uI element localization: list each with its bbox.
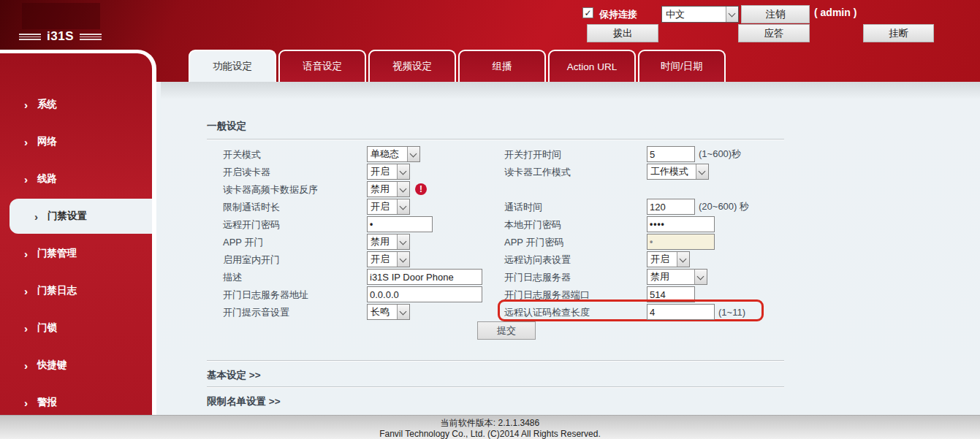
field-label: 远程开门密码 xyxy=(223,218,280,232)
keep-alive-checkbox[interactable]: ✓ xyxy=(582,7,593,18)
field-select[interactable]: 禁用 xyxy=(367,181,410,197)
field-label: APP 开门密码 xyxy=(504,236,563,249)
section-link-restrict-list[interactable]: 限制名单设置 >> xyxy=(207,395,281,408)
logo-model-text: i31S xyxy=(47,29,74,44)
field-label: 开启读卡器 xyxy=(223,166,270,179)
hangup-button[interactable]: 挂断 xyxy=(863,24,934,42)
form-row: 远程开门密码•本地开门密码•••• xyxy=(161,215,980,233)
field-label: 读卡器高频卡数据反序 xyxy=(223,183,318,196)
chevron-right-icon: › xyxy=(24,173,28,186)
field-label: 开门日志服务器 xyxy=(504,271,571,284)
field-input[interactable]: • xyxy=(367,216,433,232)
chevron-down-icon xyxy=(397,164,409,179)
field-label: 启用室内开门 xyxy=(223,253,280,267)
field-select[interactable]: 单稳态 xyxy=(367,146,420,162)
field-select[interactable]: 禁用 xyxy=(367,234,410,250)
field-input: • xyxy=(647,234,715,250)
sidebar-item-7[interactable]: ›门锁 xyxy=(0,320,152,336)
field-label: 描述 xyxy=(223,271,242,284)
form-row: 限制通话时长开启通话时间120(20~600) 秒 xyxy=(161,198,980,215)
sidebar-item-label: 警报 xyxy=(37,396,57,409)
field-label: 开门日志服务器端口 xyxy=(504,289,590,302)
tab-2[interactable]: 语音设定 xyxy=(278,50,366,82)
select-value: 单稳态 xyxy=(368,147,407,161)
keep-alive-label: 保持连接 xyxy=(599,8,637,21)
language-select-value: 中文 xyxy=(662,8,726,21)
copyright: Fanvil Technology Co., Ltd. (C)2014 All … xyxy=(0,429,980,439)
sidebar-item-1[interactable]: ›系统 xyxy=(0,96,152,112)
chevron-right-icon: › xyxy=(24,285,28,297)
tab-3[interactable]: 视频设定 xyxy=(368,50,456,82)
software-version: 当前软件版本: 2.1.1.3486 xyxy=(0,418,980,429)
field-input[interactable]: 120 xyxy=(647,199,695,215)
main-content: 一般设定 开关模式单稳态开关打开时间5(1~600)秒开启读卡器开启读卡器工作模… xyxy=(161,82,980,415)
field-label: 开门提示音设置 xyxy=(223,306,289,319)
sidebar: ›系统›网络›线路›门禁设置›门禁管理›门禁日志›门锁›快捷键›警报 xyxy=(0,50,156,415)
form-row: 开门日志服务器地址0.0.0.0开门日志服务器端口514 xyxy=(161,286,980,303)
chevron-right-icon: › xyxy=(24,136,28,148)
settings-form: 开关模式单稳态开关打开时间5(1~600)秒开启读卡器开启读卡器工作模式工作模式… xyxy=(161,145,980,321)
tab-6[interactable]: 时间/日期 xyxy=(638,50,726,82)
tab-5[interactable]: Action URL xyxy=(548,50,636,82)
dial-button[interactable]: 拨出 xyxy=(587,24,658,42)
chevron-right-icon: › xyxy=(24,322,28,335)
field-select[interactable]: 开启 xyxy=(367,251,410,267)
logout-button[interactable]: 注销 xyxy=(741,5,810,23)
logo-image xyxy=(22,3,100,29)
field-input[interactable]: i31S IP Door Phone xyxy=(367,269,482,285)
select-value: 工作模式 xyxy=(647,164,696,179)
sidebar-item-label: 网络 xyxy=(37,135,57,148)
form-row: APP 开门禁用APP 开门密码• xyxy=(161,233,980,251)
tab-1[interactable]: 功能设定 xyxy=(189,50,276,82)
field-input[interactable]: 5 xyxy=(647,146,695,162)
field-input[interactable]: •••• xyxy=(647,216,715,232)
section-title: 一般设定 xyxy=(207,120,246,133)
field-range-hint: (20~600) 秒 xyxy=(699,200,749,213)
select-value: 开启 xyxy=(368,252,397,267)
select-value: 开启 xyxy=(647,252,677,267)
divider xyxy=(207,139,784,140)
sidebar-item-label: 门禁日志 xyxy=(37,284,77,297)
chevron-down-icon xyxy=(677,252,689,267)
field-select[interactable]: 开启 xyxy=(367,164,410,180)
language-select[interactable]: 中文 xyxy=(661,6,739,23)
sidebar-item-label: 系统 xyxy=(37,98,57,111)
chevron-down-icon xyxy=(397,182,409,196)
chevron-down-icon xyxy=(726,7,738,22)
section-link-basic-settings[interactable]: 基本设定 >> xyxy=(207,369,261,382)
field-select[interactable]: 开启 xyxy=(367,199,410,215)
submit-button[interactable]: 提交 xyxy=(477,321,536,340)
chevron-right-icon: › xyxy=(24,248,28,260)
sidebar-item-label: 门禁设置 xyxy=(48,210,87,223)
sidebar-item-8[interactable]: ›快捷键 xyxy=(0,357,152,373)
answer-button[interactable]: 应答 xyxy=(738,24,810,42)
sidebar-item-2[interactable]: ›网络 xyxy=(0,134,152,150)
chevron-down-icon xyxy=(696,164,708,179)
field-input[interactable]: 514 xyxy=(647,286,695,302)
chevron-right-icon: › xyxy=(24,397,28,409)
field-select[interactable]: 长鸣 xyxy=(367,304,410,320)
divider xyxy=(207,386,784,388)
sidebar-item-label: 快捷键 xyxy=(37,359,67,372)
form-row: 开门提示音设置长鸣远程认证码检查长度4(1~11) xyxy=(161,303,980,321)
chevron-right-icon: › xyxy=(24,359,28,372)
sidebar-item-3[interactable]: ›线路 xyxy=(0,171,152,187)
field-range-hint: (1~11) xyxy=(718,307,745,318)
sidebar-item-5[interactable]: ›门禁管理 xyxy=(0,245,152,262)
field-select[interactable]: 禁用 xyxy=(647,269,707,285)
form-row: 开关模式单稳态开关打开时间5(1~600)秒 xyxy=(161,145,980,163)
sidebar-item-label: 线路 xyxy=(37,172,57,186)
sidebar-item-6[interactable]: ›门禁日志 xyxy=(0,283,152,299)
sidebar-item-4[interactable]: ›门禁设置 xyxy=(10,199,152,234)
select-value: 开启 xyxy=(368,199,397,214)
tab-4[interactable]: 组播 xyxy=(458,50,546,82)
field-input[interactable]: 0.0.0.0 xyxy=(367,286,482,302)
select-value: 禁用 xyxy=(368,234,397,249)
field-select[interactable]: 工作模式 xyxy=(647,164,709,180)
select-value: 开启 xyxy=(368,164,397,179)
field-select[interactable]: 开启 xyxy=(647,251,690,267)
sidebar-item-9[interactable]: ›警报 xyxy=(0,394,152,411)
tab-bar: 功能设定语音设定视频设定组播Action URL时间/日期 xyxy=(189,50,728,82)
logo-lines-left xyxy=(19,34,41,40)
field-input[interactable]: 4 xyxy=(647,304,715,320)
